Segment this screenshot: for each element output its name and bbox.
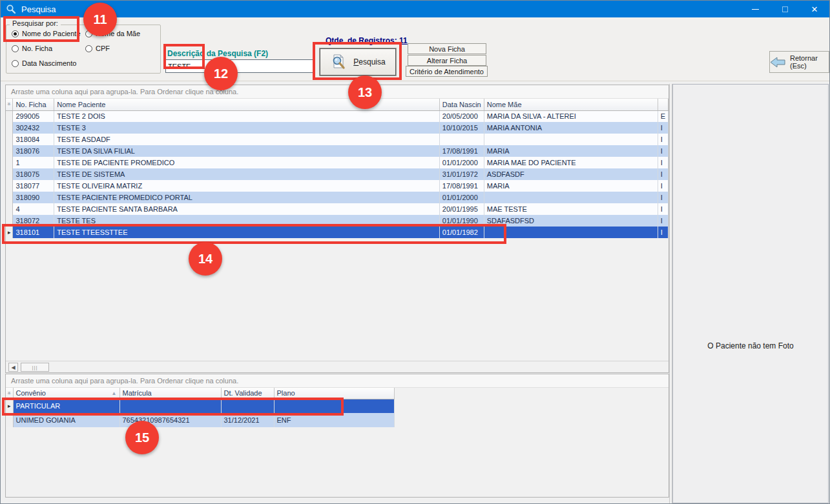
cell-nascimento: 20/01/1995: [439, 203, 484, 215]
return-label: Retornar (Esc): [790, 54, 829, 70]
cell-nascimento: 01/01/1982: [439, 227, 484, 238]
cell-clip: I: [658, 122, 668, 134]
table-row[interactable]: 318075TESTE DE SISTEMA31/01/1972ASDFASDF…: [6, 168, 669, 180]
column-header-no-ficha[interactable]: No. Ficha: [13, 99, 54, 110]
plans-table: ✳ Convênio ▲ Matrícula Dt. Validade Plan…: [6, 388, 395, 427]
column-header-nome-mae[interactable]: Nome Mãe: [484, 99, 658, 110]
cell-clip: I: [658, 227, 668, 238]
no-photo-message: O Paciente não tem Foto: [673, 341, 828, 350]
minimize-button[interactable]: [740, 1, 770, 17]
cell-nascimento: 01/01/1990: [439, 215, 484, 227]
cell-nascimento: 31/01/1972: [439, 168, 484, 180]
cell-mae: [484, 192, 658, 203]
selected-row-indicator: ▸: [6, 227, 13, 238]
scroll-left-arrow[interactable]: ◀: [8, 363, 18, 372]
radio-label: No. Ficha: [22, 45, 52, 52]
table-row[interactable]: 318077TESTE OLIVEIRA MATRIZ17/08/1991MAR…: [6, 180, 669, 192]
cell-nome: TESTE DE SISTEMA: [54, 168, 440, 180]
radio-data-nascimento[interactable]: Data Nascimento: [12, 59, 76, 67]
column-header-matricula[interactable]: Matrícula: [119, 388, 221, 399]
cell-nome: TESTE TTEESSTTEE: [54, 227, 440, 238]
horizontal-scrollbar[interactable]: ◀ |||: [6, 361, 669, 372]
search-button[interactable]: Pesquisa: [320, 48, 396, 76]
description-label: Descrição da Pesquisa (F2): [167, 49, 268, 58]
radio-no-ficha[interactable]: No. Ficha: [12, 45, 52, 52]
maximize-button[interactable]: [770, 1, 800, 17]
row-indicator: [6, 157, 13, 168]
close-button[interactable]: ✕: [800, 1, 829, 17]
row-indicator: [6, 215, 13, 227]
return-button[interactable]: Retornar (Esc): [769, 51, 829, 73]
column-header-dt-validade[interactable]: Dt. Validade: [221, 388, 274, 399]
row-indicator: [6, 110, 13, 122]
scrollbar-thumb[interactable]: |||: [21, 363, 49, 372]
column-header-clipped[interactable]: [658, 99, 668, 110]
alterar-ficha-label: Alterar Ficha: [427, 57, 467, 65]
radio-label: CPF: [96, 45, 110, 52]
cell-ficha: 318075: [13, 168, 54, 180]
cell-nome: TESTE TES: [54, 215, 440, 227]
table-row[interactable]: 302432TESTE 310/10/2015MARIA ANTONIAI: [6, 122, 669, 134]
cell-mae: [484, 134, 658, 145]
table-row[interactable]: 318084TESTE ASDADFI: [6, 134, 669, 145]
column-header-convenio[interactable]: Convênio ▲: [13, 388, 119, 399]
column-header-plano[interactable]: Plano: [274, 388, 394, 399]
table-row[interactable]: UNIMED GOIANIA7654321098765432131/12/202…: [6, 413, 394, 427]
table-row[interactable]: 318076TESTE DA SILVA FILIAL17/08/1991MAR…: [6, 145, 669, 157]
radio-dot: [85, 45, 92, 52]
convenio-header-label: Convênio: [16, 389, 46, 397]
cell-mae: MAE TESTE: [484, 203, 658, 215]
search-toolbar: Pesquisar por: Nome do Paciente Nome da …: [1, 17, 829, 81]
cell-matricula: 76543210987654321: [119, 413, 221, 427]
column-header-data-nascimento[interactable]: Data Nascin: [439, 99, 484, 110]
nova-ficha-button[interactable]: Nova Ficha: [408, 43, 486, 54]
records-count-label: Qtde. de Registros: 11: [326, 36, 408, 45]
cell-nome: TESTE 2 DOIS: [54, 110, 440, 122]
search-button-label: Pesquisa: [353, 57, 385, 66]
patients-rows: 299005TESTE 2 DOIS20/05/2000MARIA DA SIL…: [6, 110, 669, 238]
cell-nascimento: [439, 134, 484, 145]
cell-ficha: 299005: [13, 110, 54, 122]
column-header-nome-paciente[interactable]: Nome Paciente: [54, 99, 440, 110]
table-row[interactable]: 299005TESTE 2 DOIS20/05/2000MARIA DA SIL…: [6, 110, 669, 122]
selected-row-indicator: ▸: [6, 399, 13, 413]
magnifier-app-icon: [6, 4, 16, 14]
back-arrow-icon: [770, 57, 785, 68]
pesquisa-window: Pesquisa ✕ Pesquisar por: Nome do Pacien…: [0, 0, 830, 504]
table-row[interactable]: 318072TESTE TES01/01/1990SDAFASDFSDI: [6, 215, 669, 227]
radio-dot: [85, 30, 92, 37]
radio-label: Nome da Mãe: [96, 30, 140, 37]
table-row[interactable]: 4TESTE PACIENTE SANTA BARBARA20/01/1995M…: [6, 203, 669, 215]
cell-nascimento: 01/01/2000: [439, 192, 484, 203]
cell-mae: MARIA ANTONIA: [484, 122, 658, 134]
cell-ficha: 318101: [13, 227, 54, 238]
plans-grid: Arraste uma coluna aqui para agrupa-la. …: [5, 374, 669, 498]
alterar-ficha-button[interactable]: Alterar Ficha: [408, 55, 486, 66]
cell-nome: TESTE DA SILVA FILIAL: [54, 145, 440, 157]
cell-clip: I: [658, 168, 668, 180]
cell-ficha: 318076: [13, 145, 54, 157]
cell-convenio: PARTICULAR: [13, 399, 119, 413]
cell-ficha: 318084: [13, 134, 54, 145]
radio-dot: [12, 60, 19, 67]
cell-nome: TESTE PACIENTE PROMEDICO PORTAL: [54, 192, 440, 203]
cell-mae: MARIA MAE DO PACIENTE: [484, 157, 658, 168]
cell-mae: [484, 227, 658, 238]
search-by-label: Pesquisar por:: [10, 19, 61, 27]
row-indicator: [6, 145, 13, 157]
cell-nome: TESTE PACIENTE SANTA BARBARA: [54, 203, 440, 215]
radio-cpf[interactable]: CPF: [85, 45, 110, 52]
cell-mae: SDAFASDFSD: [484, 215, 658, 227]
search-description-input[interactable]: [165, 59, 315, 73]
table-row[interactable]: 1TESTE DE PACIENTE PROMEDICO01/01/2000MA…: [6, 157, 669, 168]
table-row[interactable]: ▸PARTICULAR: [6, 399, 394, 413]
cell-validade: 31/12/2021: [221, 413, 274, 427]
cell-clip: I: [658, 180, 668, 192]
criterio-atendimento-button[interactable]: Critério de Atendimento: [406, 66, 488, 77]
table-row[interactable]: 318090TESTE PACIENTE PROMEDICO PORTAL01/…: [6, 192, 669, 203]
radio-nome-da-mae[interactable]: Nome da Mãe: [85, 30, 140, 37]
table-row[interactable]: ▸318101TESTE TTEESSTTEE01/01/1982I: [6, 227, 669, 238]
cell-nascimento: 17/08/1991: [439, 180, 484, 192]
radio-nome-do-paciente[interactable]: Nome do Paciente: [12, 30, 81, 37]
row-indicator: [6, 203, 13, 215]
